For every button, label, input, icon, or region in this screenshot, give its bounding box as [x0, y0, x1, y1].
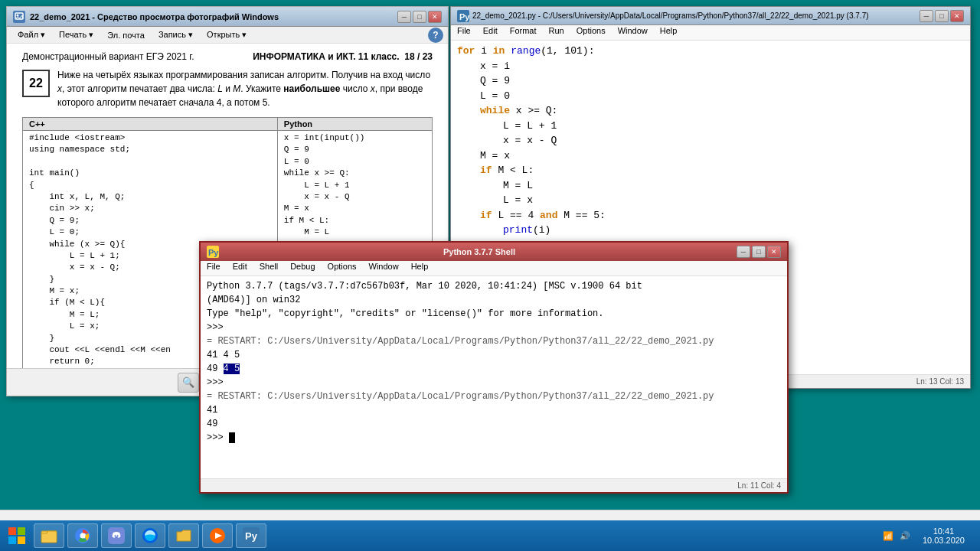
menu-record[interactable]: Запись ▾: [152, 29, 199, 41]
shell-help-line: Type "help", "copyright", "credits" or "…: [207, 307, 781, 321]
svg-point-17: [117, 535, 119, 536]
code-line-8: M = x: [457, 148, 964, 164]
chrome-icon: [74, 527, 91, 544]
shell-app-icon: Py: [207, 246, 219, 258]
tray-network-icon: 📶: [883, 531, 893, 541]
col-header-cpp: C++: [23, 118, 278, 131]
tray-volume-icon: 🔊: [900, 531, 910, 541]
code-line-7: x = x - Q: [457, 133, 964, 148]
clock-time: 10:41: [923, 527, 965, 536]
editor-menu-help[interactable]: Help: [654, 25, 684, 40]
python-taskbar-icon: Py: [243, 527, 260, 544]
windows-logo-icon: [8, 527, 26, 545]
shell-content-area[interactable]: Python 3.7.7 (tags/v3.7.7:d7c567b03f, Ma…: [201, 276, 787, 478]
thunderbird-icon: [142, 527, 158, 544]
svg-point-1: [17, 14, 19, 16]
taskbar-clock: 10:41 10.03.2020: [916, 527, 971, 545]
editor-menu-format[interactable]: Format: [504, 25, 543, 40]
svg-rect-8: [8, 536, 16, 544]
shell-cursor: [229, 432, 235, 443]
system-tray: 📶 🔊 10:41 10.03.2020: [883, 527, 977, 545]
editor-minimize-button[interactable]: ─: [920, 10, 933, 22]
file-explorer-icon: [41, 527, 57, 544]
editor-menu-file[interactable]: File: [451, 25, 477, 40]
shell-menu-help[interactable]: Help: [405, 261, 435, 276]
taskbar-discord[interactable]: [101, 523, 132, 548]
help-icon[interactable]: ?: [428, 28, 443, 43]
discord-icon: [108, 527, 125, 544]
svg-text:Py: Py: [208, 248, 219, 257]
shell-line-col: Ln: 11 Col: 4: [737, 481, 781, 490]
svg-text:Py: Py: [245, 530, 258, 542]
editor-menu-run[interactable]: Run: [543, 25, 570, 40]
code-line-12: if L == 4 and M == 5:: [457, 208, 964, 223]
svg-rect-10: [41, 531, 57, 543]
minimize-button[interactable]: ─: [397, 11, 411, 23]
editor-line-col: Ln: 13 Col: 13: [916, 377, 964, 386]
editor-maximize-button[interactable]: □: [935, 10, 949, 22]
search-tool-button[interactable]: 🔍: [178, 373, 199, 393]
task-number-box: 22: [22, 70, 50, 97]
code-line-4: L = 0: [457, 89, 964, 104]
menu-print[interactable]: Печать ▾: [53, 29, 100, 41]
code-line-6: L = L + 1: [457, 119, 964, 134]
code-line-2: x = i: [457, 59, 964, 74]
editor-close-button[interactable]: ✕: [950, 10, 964, 22]
shell-menu-file[interactable]: File: [201, 261, 227, 276]
editor-titlebar-left: Py 22_demo_2021.py - C:/Users/University…: [457, 10, 869, 22]
svg-point-16: [115, 535, 116, 536]
code-line-1: for i in range(1, 101):: [457, 44, 964, 59]
shell-titlebar-buttons: ─ □ ✕: [737, 246, 781, 258]
menu-file[interactable]: Файл ▾: [11, 29, 51, 41]
shell-title: Python 3.7.7 Shell: [222, 247, 737, 256]
code-line-9: if M < L:: [457, 163, 964, 178]
menu-open[interactable]: Открыть ▾: [201, 29, 253, 41]
shell-output-2: 49 4 5: [207, 362, 781, 376]
exam-subject: ИНФОРМАТИКА и ИКТ. 11 класс. 18 / 23: [253, 51, 433, 62]
shell-menu-shell[interactable]: Shell: [253, 261, 284, 276]
bottom-status-bar: [0, 510, 980, 520]
editor-menu-edit[interactable]: Edit: [477, 25, 504, 40]
shell-restore-button[interactable]: □: [752, 246, 766, 258]
start-button[interactable]: [3, 523, 31, 549]
editor-titlebar-buttons: ─ □ ✕: [920, 10, 964, 22]
svg-point-14: [80, 533, 86, 539]
taskbar-python[interactable]: Py: [236, 523, 266, 548]
svg-text:Py: Py: [459, 12, 469, 21]
shell-highlighted-text: 4 5: [224, 364, 240, 374]
exam-header: Демонстрационный вариант ЕГЭ 2021 г. ИНФ…: [22, 51, 433, 62]
shell-prompt-1: >>>: [207, 321, 781, 334]
menu-email[interactable]: Эл. почта: [101, 30, 151, 41]
taskbar-thunderbird[interactable]: [135, 523, 165, 548]
taskbar-file-explorer[interactable]: [34, 523, 64, 548]
shell-menu-options[interactable]: Options: [322, 261, 363, 276]
shell-prompt-2: >>>: [207, 376, 781, 390]
shell-menu-debug[interactable]: Debug: [284, 261, 321, 276]
clock-date: 10.03.2020: [923, 536, 965, 545]
svg-rect-6: [8, 527, 16, 535]
editor-menu: File Edit Format Run Options Window Help: [451, 25, 970, 41]
editor-menu-options[interactable]: Options: [570, 25, 612, 40]
maximize-button[interactable]: □: [413, 11, 426, 23]
photo-viewer-title: 22_demo_2021 - Средство просмотра фотогр…: [30, 12, 279, 21]
editor-menu-window[interactable]: Window: [612, 25, 654, 40]
python-editor-icon: Py: [457, 10, 469, 22]
task-area: 22 Ниже на четырёх языках программирован…: [22, 68, 433, 109]
taskbar-folder[interactable]: [168, 523, 199, 548]
shell-platform-line: (AMD64)] on win32: [207, 293, 781, 307]
shell-menu-window[interactable]: Window: [363, 261, 405, 276]
shell-close-button[interactable]: ✕: [767, 246, 781, 258]
shell-restart-2: = RESTART: C:/Users/University/AppData/L…: [207, 390, 781, 403]
photo-viewer-app-icon: [13, 11, 25, 23]
taskbar-media-player[interactable]: [202, 523, 233, 548]
exam-header-left: Демонстрационный вариант ЕГЭ 2021 г.: [22, 51, 194, 62]
shell-titlebar: Py Python 3.7.7 Shell ─ □ ✕: [201, 243, 787, 261]
shell-menu-edit[interactable]: Edit: [227, 261, 253, 276]
close-button[interactable]: ✕: [428, 11, 442, 23]
taskbar-chrome[interactable]: [67, 523, 98, 548]
code-line-3: Q = 9: [457, 73, 964, 89]
svg-rect-9: [18, 536, 25, 544]
code-line-13: print(i): [457, 223, 964, 238]
code-line-11: L = x: [457, 193, 964, 208]
shell-minimize-button[interactable]: ─: [737, 246, 750, 258]
